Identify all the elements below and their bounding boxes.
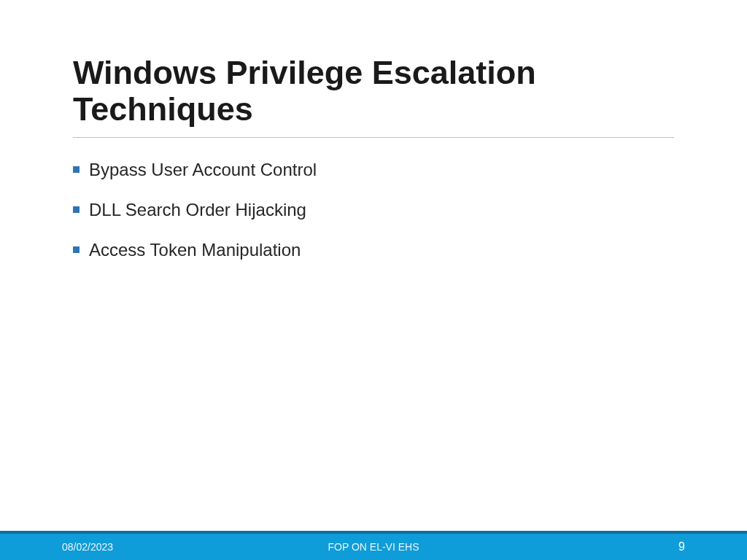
list-item: Access Token Manipulation <box>73 238 674 261</box>
list-item: Bypass User Account Control <box>73 158 674 181</box>
list-item: DLL Search Order Hijacking <box>73 198 674 221</box>
footer-bar: 08/02/2023 FOP ON EL-VI EHS 9 <box>0 531 747 560</box>
footer-center-text: FOP ON EL-VI EHS <box>328 541 419 553</box>
bullet-list: Bypass User Account Control DLL Search O… <box>73 158 674 262</box>
footer-date: 08/02/2023 <box>62 541 113 553</box>
footer-page-number: 9 <box>678 540 685 553</box>
slide-title: Windows Privilege Escalation Techniques <box>73 55 674 138</box>
slide-content: Windows Privilege Escalation Techniques … <box>0 0 747 262</box>
